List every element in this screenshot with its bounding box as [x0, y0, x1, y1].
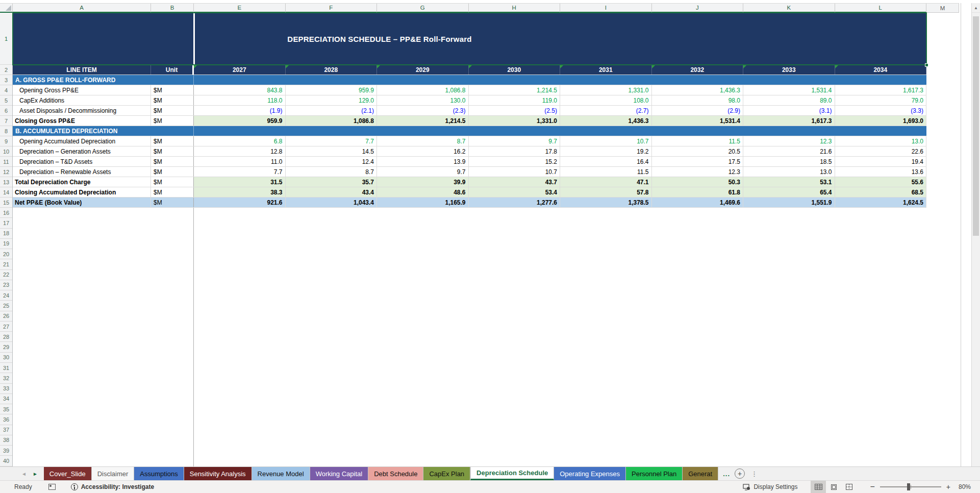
- value-cell[interactable]: 1,436.3: [652, 85, 744, 95]
- row-header[interactable]: 25: [0, 301, 12, 311]
- value-cell[interactable]: 43.7: [469, 177, 561, 187]
- value-cell[interactable]: 10.7: [560, 136, 652, 146]
- sheet-tab-personnel-plan[interactable]: Personnel Plan: [626, 467, 683, 480]
- zoom-out-icon[interactable]: −: [870, 482, 874, 491]
- row-header[interactable]: 36: [0, 414, 12, 425]
- value-cell[interactable]: 11.5: [560, 167, 652, 177]
- unit-cell[interactable]: $M: [151, 116, 194, 126]
- value-cell[interactable]: 1,531.4: [743, 85, 835, 95]
- row-header[interactable]: 22: [0, 270, 12, 280]
- tab-scroll-right-icon[interactable]: ►: [33, 471, 38, 477]
- column-header-a[interactable]: A: [13, 4, 151, 13]
- value-cell[interactable]: 38.3: [194, 187, 286, 197]
- line-item-cell[interactable]: Asset Disposals / Decommissioning: [13, 106, 151, 115]
- row-header[interactable]: 20: [0, 249, 12, 259]
- value-cell[interactable]: (2.5): [469, 106, 561, 115]
- row-header[interactable]: 33: [0, 384, 12, 394]
- value-cell[interactable]: 1,086.8: [377, 85, 469, 95]
- value-cell[interactable]: 1,331.0: [469, 116, 561, 126]
- year-header-cell[interactable]: 2028: [286, 65, 378, 75]
- section-row-accumulated-depreciation[interactable]: B. ACCUMULATED DEPRECIATION: [13, 126, 926, 136]
- row-header[interactable]: 14: [0, 187, 12, 198]
- value-cell[interactable]: 50.3: [652, 177, 744, 187]
- row-header[interactable]: 30: [0, 353, 12, 363]
- value-cell[interactable]: 39.9: [377, 177, 469, 187]
- year-header-cell[interactable]: 2034: [835, 65, 927, 75]
- value-cell[interactable]: 17.8: [469, 146, 561, 156]
- column-header-m[interactable]: M: [926, 4, 959, 13]
- row-header[interactable]: 16: [0, 208, 12, 218]
- line-item-header[interactable]: LINE ITEM: [13, 65, 151, 75]
- value-cell[interactable]: 13.0: [835, 136, 927, 146]
- value-cell[interactable]: 1,693.0: [835, 116, 927, 126]
- value-cell[interactable]: 65.4: [743, 187, 835, 197]
- row-header[interactable]: 9: [0, 136, 12, 146]
- value-cell[interactable]: 1,378.5: [560, 198, 652, 207]
- column-header-b[interactable]: B: [151, 4, 194, 13]
- value-cell[interactable]: 7.7: [286, 136, 378, 146]
- sheet-tab-working-capital[interactable]: Working Capital: [310, 467, 369, 480]
- row-header[interactable]: 15: [0, 198, 12, 208]
- value-cell[interactable]: 79.0: [835, 95, 927, 105]
- value-cell[interactable]: (3.1): [743, 106, 835, 115]
- more-tabs-icon[interactable]: ⋮: [751, 470, 758, 478]
- section-label-cell[interactable]: A. GROSS PP&E ROLL-FORWARD: [13, 75, 926, 85]
- unit-header[interactable]: Unit: [151, 65, 194, 75]
- row-header[interactable]: 28: [0, 332, 12, 342]
- value-cell[interactable]: (2.7): [560, 106, 652, 115]
- select-all-corner[interactable]: [0, 4, 13, 13]
- zoom-slider-thumb[interactable]: [907, 483, 910, 490]
- year-header-cell[interactable]: 2030: [469, 65, 561, 75]
- value-cell[interactable]: 1,436.3: [560, 116, 652, 126]
- value-cell[interactable]: 16.2: [377, 146, 469, 156]
- value-cell[interactable]: 118.0: [194, 95, 286, 105]
- page-break-view-button[interactable]: [841, 481, 857, 493]
- row-header[interactable]: 2: [0, 65, 12, 75]
- line-item-cell[interactable]: Total Depreciation Charge: [13, 177, 151, 187]
- value-cell[interactable]: 7.7: [194, 167, 286, 177]
- row-header[interactable]: 1: [0, 13, 12, 65]
- row-header[interactable]: 24: [0, 290, 12, 301]
- unit-cell[interactable]: $M: [151, 85, 194, 95]
- unit-cell[interactable]: $M: [151, 146, 194, 156]
- value-cell[interactable]: 12.3: [652, 167, 744, 177]
- value-cell[interactable]: 55.6: [835, 177, 927, 187]
- sheet-tab-assumptions[interactable]: Assumptions: [134, 467, 184, 480]
- add-sheet-icon[interactable]: +: [735, 469, 745, 479]
- title-row[interactable]: DEPRECIATION SCHEDULE – PP&E Roll-Forwar…: [13, 13, 926, 65]
- unit-cell[interactable]: $M: [151, 198, 194, 207]
- sheet-tab-revenue-model[interactable]: Revenue Model: [252, 467, 310, 480]
- value-cell[interactable]: 119.0: [469, 95, 561, 105]
- unit-cell[interactable]: $M: [151, 167, 194, 177]
- value-cell[interactable]: 959.9: [286, 85, 378, 95]
- value-cell[interactable]: 843.8: [194, 85, 286, 95]
- row-header[interactable]: 26: [0, 311, 12, 322]
- row-header[interactable]: 6: [0, 106, 12, 116]
- row-header[interactable]: 31: [0, 363, 12, 373]
- line-item-cell[interactable]: Closing Accumulated Depreciation: [13, 187, 151, 197]
- year-header-cell[interactable]: 2033: [743, 65, 835, 75]
- line-item-cell[interactable]: Depreciation – T&D Assets: [13, 157, 151, 166]
- row-header[interactable]: 29: [0, 342, 12, 352]
- tab-scroll-left-icon[interactable]: ◄: [21, 471, 27, 477]
- zoom-in-icon[interactable]: +: [946, 483, 950, 491]
- value-cell[interactable]: 1,214.5: [377, 116, 469, 126]
- row-header[interactable]: 32: [0, 373, 12, 383]
- year-header-cell[interactable]: 2032: [652, 65, 744, 75]
- row-header[interactable]: 12: [0, 167, 12, 177]
- row-header[interactable]: 8: [0, 126, 12, 136]
- unit-cell[interactable]: $M: [151, 95, 194, 105]
- value-cell[interactable]: 130.0: [377, 95, 469, 105]
- line-item-cell[interactable]: Opening Gross PP&E: [13, 85, 151, 95]
- column-header-j[interactable]: J: [652, 4, 744, 13]
- value-cell[interactable]: 921.6: [194, 198, 286, 207]
- value-cell[interactable]: 89.0: [743, 95, 835, 105]
- row-header[interactable]: 27: [0, 322, 12, 332]
- row-header[interactable]: 10: [0, 146, 12, 157]
- value-cell[interactable]: 53.4: [469, 187, 561, 197]
- scrollbar-thumb[interactable]: [973, 16, 979, 236]
- line-item-cell[interactable]: CapEx Additions: [13, 95, 151, 105]
- value-cell[interactable]: 129.0: [286, 95, 378, 105]
- row-header[interactable]: 18: [0, 229, 12, 239]
- unit-cell[interactable]: $M: [151, 157, 194, 166]
